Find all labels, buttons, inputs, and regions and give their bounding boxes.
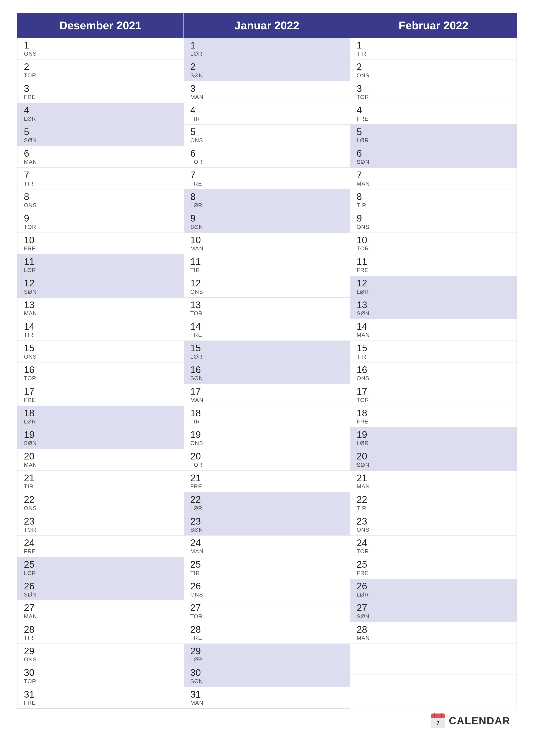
day-number: 14 bbox=[24, 321, 179, 332]
day-number: 8 bbox=[191, 192, 346, 202]
day-number: 23 bbox=[357, 516, 512, 526]
day-row: 19ONS bbox=[184, 427, 350, 449]
day-name: FRE bbox=[357, 267, 512, 274]
day-row: 27SØN bbox=[350, 600, 517, 622]
day-name: MAN bbox=[357, 483, 512, 490]
day-number: 3 bbox=[191, 83, 346, 94]
day-number: 6 bbox=[24, 148, 179, 159]
day-number: 15 bbox=[357, 343, 512, 353]
day-number: 11 bbox=[191, 256, 346, 267]
day-name: LØR bbox=[357, 591, 512, 598]
day-name: LØR bbox=[191, 505, 346, 512]
day-number: 14 bbox=[357, 321, 512, 332]
day-name: LØR bbox=[191, 202, 346, 209]
day-row: 17FRE bbox=[17, 384, 184, 406]
day-number: 21 bbox=[191, 473, 346, 483]
day-number: 8 bbox=[24, 192, 179, 202]
day-name: MAN bbox=[191, 548, 346, 555]
day-name: TOR bbox=[357, 548, 512, 555]
day-name: MAN bbox=[24, 310, 179, 317]
day-name: TIR bbox=[357, 202, 512, 209]
day-name: TIR bbox=[191, 116, 346, 122]
day-name: FRE bbox=[24, 548, 179, 555]
day-name: TIR bbox=[24, 332, 179, 338]
day-row: 1ONS bbox=[17, 38, 184, 60]
day-name: MAN bbox=[191, 700, 346, 706]
day-number: 23 bbox=[24, 516, 179, 526]
day-row: 18FRE bbox=[350, 406, 517, 427]
day-row: 18TIR bbox=[184, 406, 350, 427]
day-row bbox=[350, 659, 517, 675]
day-number: 27 bbox=[191, 603, 346, 613]
day-name: TOR bbox=[191, 310, 346, 317]
day-number: 19 bbox=[357, 429, 512, 440]
day-row: 22LØR bbox=[184, 492, 350, 514]
day-number: 17 bbox=[191, 386, 346, 396]
day-number: 5 bbox=[191, 127, 346, 137]
day-row: 27TOR bbox=[184, 600, 350, 622]
day-number: 28 bbox=[24, 624, 179, 635]
day-name: TIR bbox=[357, 353, 512, 360]
day-number: 9 bbox=[357, 213, 512, 224]
day-row: 15LØR bbox=[184, 341, 350, 362]
day-name: TOR bbox=[24, 224, 179, 230]
day-row: 27MAN bbox=[17, 600, 184, 622]
day-row: 19LØR bbox=[350, 427, 517, 449]
day-row: 16ONS bbox=[350, 363, 517, 384]
day-name: TIR bbox=[191, 570, 346, 577]
month-col-jan: 1LØR2SØN3MAN4TIR5ONS6TOR7FRE8LØR9SØN10MA… bbox=[184, 38, 350, 709]
day-number: 11 bbox=[24, 256, 179, 267]
day-name: LØR bbox=[24, 116, 179, 122]
day-name: TOR bbox=[191, 462, 346, 468]
day-number: 7 bbox=[191, 170, 346, 180]
day-row: 30SØN bbox=[184, 665, 350, 687]
day-row: 24FRE bbox=[17, 535, 184, 557]
day-number: 1 bbox=[191, 40, 346, 50]
day-name: ONS bbox=[24, 505, 179, 512]
day-number: 24 bbox=[191, 538, 346, 548]
day-number: 9 bbox=[24, 213, 179, 224]
day-name: TOR bbox=[24, 678, 179, 685]
day-name: MAN bbox=[357, 635, 512, 641]
day-number: 1 bbox=[24, 40, 179, 50]
day-number: 15 bbox=[191, 343, 346, 353]
day-number: 12 bbox=[24, 278, 179, 288]
day-name: FRE bbox=[24, 245, 179, 252]
calendar-container: Desember 2021 Januar 2022 Februar 2022 1… bbox=[17, 13, 517, 733]
month-header-feb: Februar 2022 bbox=[350, 13, 517, 38]
day-name: ONS bbox=[24, 353, 179, 360]
day-number: 5 bbox=[357, 127, 512, 137]
day-number: 27 bbox=[357, 603, 512, 613]
day-name: TOR bbox=[191, 613, 346, 620]
day-number: 3 bbox=[357, 83, 512, 94]
day-name: SØN bbox=[357, 310, 512, 317]
day-number: 18 bbox=[24, 408, 179, 418]
day-number: 26 bbox=[357, 581, 512, 591]
day-row: 6MAN bbox=[17, 146, 184, 168]
day-row: 23TOR bbox=[17, 514, 184, 535]
cols-wrapper: 1ONS2TOR3FRE4LØR5SØN6MAN7TIR8ONS9TOR10FR… bbox=[17, 38, 517, 709]
day-row: 11TIR bbox=[184, 254, 350, 276]
day-row: 1LØR bbox=[184, 38, 350, 60]
day-name: LØR bbox=[357, 440, 512, 446]
day-number: 10 bbox=[24, 235, 179, 245]
day-number: 28 bbox=[357, 624, 512, 635]
day-row: 25TIR bbox=[184, 557, 350, 579]
day-number: 12 bbox=[191, 278, 346, 288]
logo-area: 7 CALENDAR bbox=[17, 709, 517, 733]
day-row: 2TOR bbox=[17, 60, 184, 81]
day-name: MAN bbox=[191, 397, 346, 403]
day-row: 1TIR bbox=[350, 38, 517, 60]
day-name: ONS bbox=[191, 288, 346, 295]
day-row: 13SØN bbox=[350, 298, 517, 319]
day-name: ONS bbox=[24, 50, 179, 57]
day-row: 17MAN bbox=[184, 384, 350, 406]
day-row: 7FRE bbox=[184, 168, 350, 189]
day-row: 20TOR bbox=[184, 449, 350, 471]
day-row: 2SØN bbox=[184, 60, 350, 81]
day-name: FRE bbox=[357, 418, 512, 425]
day-number: 26 bbox=[191, 581, 346, 591]
day-row: 8TIR bbox=[350, 189, 517, 211]
day-row: 20MAN bbox=[17, 449, 184, 471]
day-name: TIR bbox=[357, 505, 512, 512]
